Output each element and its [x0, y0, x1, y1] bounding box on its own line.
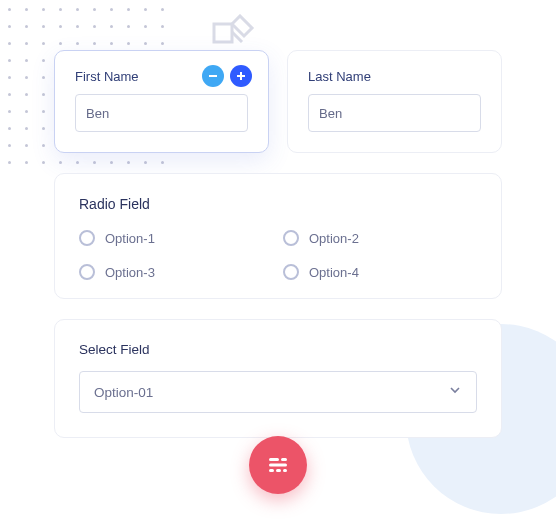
- remove-field-button[interactable]: [202, 65, 224, 87]
- select-dropdown[interactable]: Option-01: [79, 371, 477, 413]
- svg-rect-9: [283, 469, 287, 472]
- radio-option-3[interactable]: Option-3: [79, 264, 273, 280]
- radio-circle-icon: [79, 230, 95, 246]
- add-field-button[interactable]: [230, 65, 252, 87]
- svg-rect-6: [269, 464, 287, 467]
- first-name-input[interactable]: [75, 94, 248, 132]
- svg-rect-1: [209, 75, 217, 77]
- radio-option-label: Option-1: [105, 231, 155, 246]
- plus-icon: [236, 71, 246, 81]
- radio-option-1[interactable]: Option-1: [79, 230, 273, 246]
- select-field-card: Select Field Option-01: [54, 319, 502, 438]
- form-layout-icon: [265, 452, 291, 478]
- radio-field-title: Radio Field: [79, 196, 477, 212]
- radio-circle-icon: [79, 264, 95, 280]
- radio-option-label: Option-3: [105, 265, 155, 280]
- svg-rect-5: [281, 458, 287, 461]
- select-field-title: Select Field: [79, 342, 477, 357]
- svg-rect-3: [240, 72, 242, 80]
- radio-field-card: Radio Field Option-1 Option-2 Option-3 O…: [54, 173, 502, 299]
- minus-icon: [208, 71, 218, 81]
- radio-circle-icon: [283, 264, 299, 280]
- last-name-input[interactable]: [308, 94, 481, 132]
- svg-rect-4: [269, 458, 279, 461]
- radio-option-4[interactable]: Option-4: [283, 264, 477, 280]
- radio-option-label: Option-2: [309, 231, 359, 246]
- last-name-card: Last Name: [287, 50, 502, 153]
- svg-rect-7: [269, 469, 274, 472]
- radio-option-label: Option-4: [309, 265, 359, 280]
- select-value: Option-01: [94, 385, 153, 400]
- form-fab-button[interactable]: [249, 436, 307, 494]
- chevron-down-icon: [448, 383, 462, 401]
- radio-circle-icon: [283, 230, 299, 246]
- svg-rect-8: [276, 469, 281, 472]
- first-name-card: First Name: [54, 50, 269, 153]
- radio-option-2[interactable]: Option-2: [283, 230, 477, 246]
- last-name-label: Last Name: [308, 69, 481, 84]
